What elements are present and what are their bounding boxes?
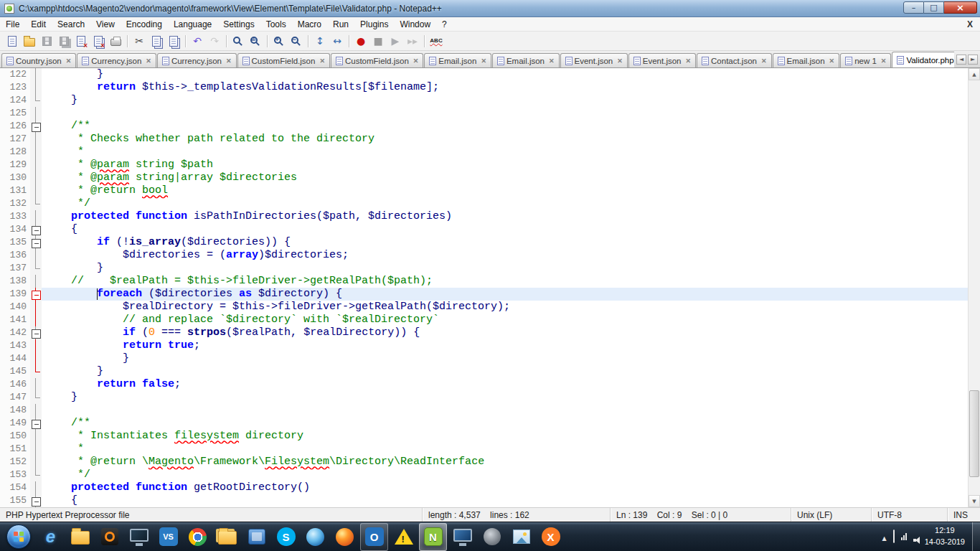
tab-close-icon[interactable]: ✕	[761, 57, 767, 65]
code-text[interactable]: protected function isPathInDirectories($…	[42, 210, 968, 223]
scroll-thumb[interactable]	[969, 390, 979, 477]
tab-validator-php[interactable]: Validator.php✕	[892, 52, 954, 67]
code-text[interactable]: foreach ($directories as $directory) {	[42, 288, 968, 301]
notepadpp-app-icon[interactable]	[4, 4, 14, 14]
close-file-icon[interactable]	[72, 33, 90, 50]
tab-close-icon[interactable]: ✕	[829, 57, 835, 65]
menu-language[interactable]: Language	[168, 17, 217, 31]
taskbar-clock[interactable]: 12:19 14-03-2019	[918, 525, 972, 548]
code-text[interactable]: */	[42, 468, 968, 481]
new-file-icon[interactable]	[4, 33, 21, 50]
xampp-icon[interactable]: X	[537, 523, 565, 551]
vertical-scrollbar[interactable]: ▲ ▼	[968, 68, 980, 507]
tab-close-icon[interactable]: ✕	[319, 57, 325, 65]
outlook-icon[interactable]: O	[360, 523, 388, 551]
save-all-icon[interactable]	[55, 33, 72, 50]
code-text[interactable]: */	[42, 197, 968, 210]
code-text[interactable]: return false;	[42, 378, 968, 391]
menu-plugins[interactable]: Plugins	[354, 17, 394, 31]
firefox-icon[interactable]	[331, 523, 359, 551]
tab-close-icon[interactable]: ✕	[413, 57, 419, 65]
photo-viewer-icon[interactable]	[507, 523, 535, 551]
tab-new-1[interactable]: new 1✕	[840, 53, 891, 67]
graphics-app-icon[interactable]	[478, 523, 506, 551]
expression-icon[interactable]	[448, 523, 476, 551]
code-text[interactable]: * @return bool	[42, 184, 968, 197]
print-icon[interactable]	[107, 33, 124, 50]
tab-currency-json[interactable]: Currency.json✕	[77, 53, 156, 67]
code-text[interactable]: * Checks whether path related to the dir…	[42, 133, 968, 146]
redo-icon[interactable]: ↷	[206, 33, 223, 50]
skype-icon[interactable]: S	[272, 523, 300, 551]
scroll-up-icon[interactable]: ▲	[969, 68, 980, 80]
internet-explorer-icon[interactable]: e	[37, 523, 65, 551]
tray-expand-icon[interactable]: ▲	[882, 530, 887, 543]
tab-close-icon[interactable]: ✕	[226, 57, 232, 65]
maximize-button[interactable]: □	[924, 1, 944, 14]
tab-contact-json[interactable]: Contact.json✕	[697, 53, 771, 67]
code-text[interactable]: * @param string|array $directories	[42, 171, 968, 184]
tab-event-json[interactable]: Event.json✕	[628, 53, 696, 67]
close-button[interactable]: ×	[944, 1, 977, 14]
tab-country-json[interactable]: Country.json✕	[1, 53, 76, 67]
notepadpp-icon[interactable]: N	[419, 523, 447, 551]
code-text[interactable]: }	[42, 365, 968, 378]
tab-scroll-right-icon[interactable]: ►	[968, 55, 978, 65]
save-file-icon[interactable]	[38, 33, 55, 50]
paste-icon[interactable]	[165, 33, 182, 50]
start-button[interactable]	[2, 523, 35, 551]
windows-app-icon[interactable]	[242, 523, 270, 551]
tab-close-icon[interactable]: ✕	[686, 57, 692, 65]
code-text[interactable]: // and replace `$directory` with `$realD…	[42, 314, 968, 326]
tab-email-json[interactable]: Email.json✕	[773, 53, 840, 67]
code-text[interactable]: *	[42, 146, 968, 159]
tab-email-json[interactable]: Email.json✕	[492, 53, 560, 67]
stop-macro-icon[interactable]: ■	[369, 33, 387, 50]
spell-check-icon[interactable]: ABC	[428, 33, 445, 50]
alert-app-icon[interactable]: !	[390, 523, 418, 551]
tab-close-icon[interactable]: ✕	[549, 57, 555, 65]
code-text[interactable]: protected function getRootDirectory()	[42, 481, 968, 494]
code-text[interactable]: // $realPath = $this->fileDriver->getRea…	[42, 275, 968, 288]
vscode-icon[interactable]: VS	[154, 523, 182, 551]
tab-customfield-json[interactable]: CustomField.json✕	[237, 53, 330, 67]
menu-macro[interactable]: Macro	[292, 17, 327, 31]
code-text[interactable]: /**	[42, 417, 968, 430]
sync-vertical-icon[interactable]: ↕	[311, 33, 329, 50]
code-text[interactable]: /**	[42, 120, 968, 133]
documents-folder-icon[interactable]	[213, 523, 241, 551]
fold-toggle-icon[interactable]	[30, 236, 42, 249]
show-desktop-button[interactable]	[972, 522, 980, 551]
code-text[interactable]	[42, 107, 968, 120]
menu-search[interactable]: Search	[52, 17, 90, 31]
menu-edit[interactable]: Edit	[25, 17, 52, 31]
fold-toggle-icon[interactable]	[30, 326, 42, 339]
code-text[interactable]: }	[42, 352, 968, 365]
code-text[interactable]	[42, 404, 968, 417]
chrome-icon[interactable]	[184, 523, 212, 551]
tab-currency-json[interactable]: Currency.json✕	[157, 53, 237, 67]
code-text[interactable]: }	[42, 391, 968, 404]
scroll-track[interactable]	[969, 80, 980, 495]
menu-view[interactable]: View	[90, 17, 121, 31]
code-text[interactable]: {	[42, 494, 968, 507]
fold-toggle-icon[interactable]	[30, 417, 42, 430]
zoom-in-icon[interactable]	[270, 33, 288, 50]
replace-icon[interactable]	[247, 33, 264, 50]
tab-customfield-json[interactable]: CustomField.json✕	[331, 53, 423, 67]
code-text[interactable]: if (!is_array($directories)) {	[42, 236, 968, 249]
code-text[interactable]: $directories = (array)$directories;	[42, 249, 968, 262]
run-macro-multiple-icon[interactable]: ▸▸	[404, 33, 421, 50]
fold-toggle-icon[interactable]	[30, 288, 42, 301]
sync-horizontal-icon[interactable]: ↔	[329, 33, 346, 50]
tab-email-json[interactable]: Email.json✕	[424, 53, 491, 67]
code-text[interactable]: }	[42, 94, 968, 107]
tab-close-icon[interactable]: ✕	[66, 57, 72, 65]
editor-lines[interactable]: 122 }123 return $this->_templatesValidat…	[0, 68, 968, 507]
fold-toggle-icon[interactable]	[30, 223, 42, 236]
scroll-down-icon[interactable]: ▼	[969, 495, 980, 507]
menu-close-document-button[interactable]: X	[960, 19, 980, 29]
tray-display-icon[interactable]	[893, 530, 895, 543]
close-all-icon[interactable]	[90, 33, 107, 50]
code-text[interactable]: *	[42, 443, 968, 456]
